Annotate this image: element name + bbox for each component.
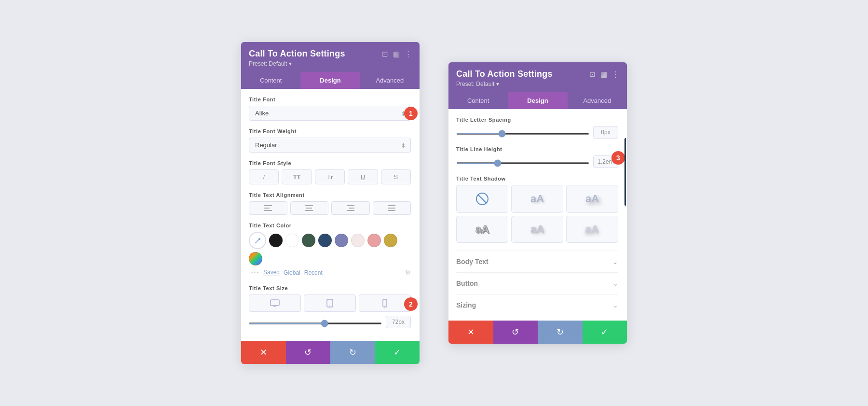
title-font-weight-select[interactable]: Regular Bold Light xyxy=(249,138,411,153)
left-tab-advanced[interactable]: Advanced xyxy=(360,72,420,89)
title-text-size-label: Title Text Size xyxy=(249,285,411,291)
title-text-size-badge-wrap: 2 xyxy=(249,294,411,312)
right-undo-button[interactable]: ↺ xyxy=(493,321,538,344)
left-more-icon[interactable]: ⋮ xyxy=(405,50,412,58)
color-swatch-gradient[interactable] xyxy=(249,252,262,266)
right-panel: Call To Action Settings ⊡ ▦ ⋮ Preset: De… xyxy=(448,62,627,344)
left-grid-icon[interactable]: ▦ xyxy=(393,50,400,58)
title-font-select[interactable]: Alike Arial Roboto xyxy=(249,106,411,121)
left-panel-footer: ✕ ↺ ↻ ✓ xyxy=(241,341,420,364)
align-btn-right[interactable] xyxy=(331,201,370,215)
left-panel-header-icons: ⊡ ▦ ⋮ xyxy=(382,50,412,58)
color-swatch-gold[interactable] xyxy=(384,234,397,247)
title-font-section: Title Font Alike Arial Roboto ⬍ 1 xyxy=(249,97,411,121)
shadow-style-4[interactable]: aA xyxy=(511,216,563,243)
svg-rect-14 xyxy=(273,306,276,307)
body-text-section[interactable]: Body Text ⌄ xyxy=(456,251,618,272)
left-panel-title: Call To Action Settings xyxy=(249,49,345,59)
right-panel-footer: ✕ ↺ ↻ ✓ xyxy=(448,321,627,344)
svg-rect-2 xyxy=(264,210,272,211)
left-save-button[interactable]: ✓ xyxy=(375,341,420,364)
color-meta-saved[interactable]: Saved xyxy=(263,269,280,276)
left-tab-design[interactable]: Design xyxy=(300,72,360,89)
shadow-none[interactable] xyxy=(456,185,508,213)
style-btn-strikethrough[interactable]: S xyxy=(381,169,411,184)
right-tab-advanced[interactable]: Advanced xyxy=(568,92,627,109)
align-btn-left[interactable] xyxy=(249,201,287,215)
title-text-shadow-section: Title Text Shadow aA aA aA aA aA xyxy=(456,176,618,243)
color-meta-settings-icon[interactable]: ⚙ xyxy=(405,269,411,276)
color-swatch-black[interactable] xyxy=(269,234,283,247)
right-panel-tabs: Content Design Advanced xyxy=(448,92,627,109)
right-tab-design[interactable]: Design xyxy=(508,92,567,109)
color-meta-recent[interactable]: Recent xyxy=(304,269,323,276)
align-btn-justify[interactable] xyxy=(373,201,411,215)
svg-point-18 xyxy=(384,306,385,307)
svg-rect-10 xyxy=(388,208,395,209)
style-btn-uppercase[interactable]: TT xyxy=(282,169,312,184)
left-cancel-button[interactable]: ✕ xyxy=(241,341,286,364)
right-panel-scroll: Title Letter Spacing 0px Title Line Heig… xyxy=(448,109,627,316)
right-panel-header-icons: ⊡ ▦ ⋮ xyxy=(589,70,619,79)
title-letter-spacing-slider[interactable] xyxy=(456,133,589,135)
right-cancel-button[interactable]: ✕ xyxy=(448,321,493,344)
title-font-style-buttons: I TT Tr U S xyxy=(249,169,411,184)
title-font-weight-label: Title Font Weight xyxy=(249,128,411,134)
shadow-style-1[interactable]: aA xyxy=(511,185,563,213)
right-focus-icon[interactable]: ⊡ xyxy=(589,70,596,79)
left-redo-button[interactable]: ↻ xyxy=(330,341,375,364)
shadow-style-2[interactable]: aA xyxy=(566,185,618,213)
svg-rect-8 xyxy=(347,210,354,211)
title-text-alignment-label: Title Text Alignment xyxy=(249,192,411,198)
color-meta-global[interactable]: Global xyxy=(284,269,300,276)
sizing-section[interactable]: Sizing ⌄ xyxy=(456,294,618,316)
color-swatch-pink-light[interactable] xyxy=(351,234,365,247)
color-meta-dots: ··· xyxy=(251,267,259,278)
title-text-color-label: Title Text Color xyxy=(249,223,411,228)
button-section[interactable]: Button ⌄ xyxy=(456,272,618,294)
color-swatch-white[interactable] xyxy=(285,234,299,247)
svg-rect-13 xyxy=(271,300,279,306)
title-text-size-slider[interactable] xyxy=(249,322,382,324)
left-focus-icon[interactable]: ⊡ xyxy=(382,50,388,58)
right-tab-content[interactable]: Content xyxy=(448,92,508,109)
title-text-size-section: Title Text Size 2 xyxy=(249,285,411,328)
right-save-button[interactable]: ✓ xyxy=(583,321,627,344)
left-undo-button[interactable]: ↺ xyxy=(286,341,331,364)
left-tab-content[interactable]: Content xyxy=(241,72,300,89)
device-desktop[interactable] xyxy=(249,294,301,312)
right-panel-preset[interactable]: Preset: Default ▾ xyxy=(456,81,619,87)
color-swatch-lavender[interactable] xyxy=(335,234,348,247)
style-btn-italic[interactable]: I xyxy=(249,169,279,184)
right-redo-button[interactable]: ↻ xyxy=(538,321,583,344)
shadow-style-3[interactable]: aA xyxy=(456,216,508,243)
title-letter-spacing-value[interactable]: 0px xyxy=(593,126,618,139)
title-text-size-slider-row: 72px xyxy=(249,316,411,328)
left-panel-preset[interactable]: Preset: Default ▾ xyxy=(249,60,412,67)
color-swatch-pink[interactable] xyxy=(367,234,381,247)
button-arrow: ⌄ xyxy=(612,280,618,287)
title-text-size-value[interactable]: 72px xyxy=(386,316,411,328)
title-font-style-section: Title Font Style I TT Tr U S xyxy=(249,160,411,184)
svg-rect-1 xyxy=(264,208,270,209)
title-font-badge-wrap: Alike Arial Roboto ⬍ 1 xyxy=(249,106,411,121)
color-picker-btn[interactable] xyxy=(249,232,266,249)
svg-rect-3 xyxy=(305,205,313,206)
title-line-height-slider[interactable] xyxy=(456,162,589,164)
color-swatch-green[interactable] xyxy=(302,234,315,247)
shadow-grid: aA aA aA aA aA xyxy=(456,185,618,243)
style-btn-underline[interactable]: U xyxy=(348,169,378,184)
right-grid-icon[interactable]: ▦ xyxy=(600,70,607,79)
device-mobile[interactable] xyxy=(359,294,411,312)
device-tablet[interactable] xyxy=(304,294,356,312)
color-swatch-navy[interactable] xyxy=(318,234,332,247)
right-panel-header: Call To Action Settings ⊡ ▦ ⋮ Preset: De… xyxy=(448,62,627,92)
title-letter-spacing-slider-row: 0px xyxy=(456,126,618,139)
right-more-icon[interactable]: ⋮ xyxy=(612,70,619,79)
scrollbar-indicator[interactable] xyxy=(624,138,626,206)
align-btn-center[interactable] xyxy=(290,201,329,215)
style-btn-capitalize[interactable]: Tr xyxy=(315,169,345,184)
title-text-size-slider-wrap xyxy=(249,318,382,326)
shadow-style-5[interactable]: aA xyxy=(566,216,618,243)
svg-rect-9 xyxy=(388,205,395,206)
